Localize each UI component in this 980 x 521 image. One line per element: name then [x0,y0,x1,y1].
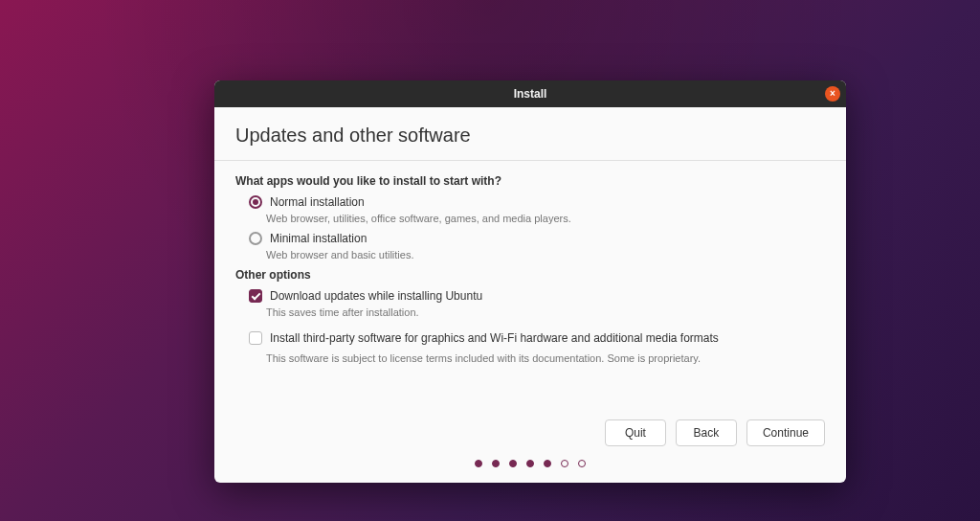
checkbox-label: Download updates while installing Ubuntu [270,289,482,303]
progress-dot [544,460,551,467]
third-party-desc: This software is subject to license term… [235,352,825,364]
checkbox-icon [249,331,262,345]
close-icon[interactable]: × [825,86,840,102]
checkbox-label: Install third-party software for graphic… [270,331,719,345]
radio-label: Normal installation [270,195,365,209]
progress-dot [492,460,500,467]
checkbox-icon [249,289,262,303]
minimal-desc: Web browser and basic utilities. [235,249,825,260]
install-dialog: Install × Updates and other software Wha… [214,80,846,483]
normal-desc: Web browser, utilities, office software,… [235,213,825,224]
radio-icon [249,195,262,209]
titlebar[interactable]: Install × [214,80,846,107]
radio-label: Minimal installation [270,232,367,245]
dialog-buttons: Quit Back Continue [235,419,825,460]
divider [214,160,846,161]
other-options-label: Other options [235,268,825,282]
radio-minimal-installation[interactable]: Minimal installation [235,232,825,245]
checkbox-download-updates[interactable]: Download updates while installing Ubuntu [235,289,825,303]
progress-dot [509,460,517,467]
page-title: Updates and other software [235,125,825,147]
checkbox-third-party[interactable]: Install third-party software for graphic… [235,331,825,345]
apps-question-label: What apps would you like to install to s… [235,174,825,188]
progress-dot [578,460,586,467]
continue-button[interactable]: Continue [746,419,825,446]
progress-dot [475,460,482,467]
back-button[interactable]: Back [676,419,737,446]
radio-normal-installation[interactable]: Normal installation [235,195,825,209]
progress-dot [561,460,568,467]
radio-icon [249,232,262,245]
dialog-content: Updates and other software What apps wou… [214,107,846,483]
window-title: Install [514,87,547,101]
quit-button[interactable]: Quit [605,419,666,446]
progress-dots [235,460,825,483]
progress-dot [526,460,534,467]
download-updates-desc: This saves time after installation. [235,306,825,318]
